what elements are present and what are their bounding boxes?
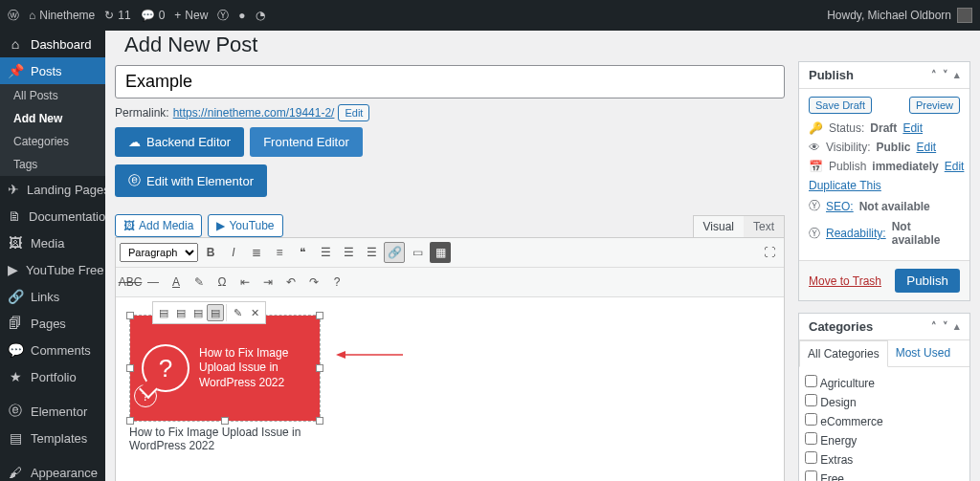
updates[interactable]: ↻ 11 <box>104 9 130 22</box>
yoast-icon[interactable]: Ⓨ <box>217 8 229 24</box>
permalink-url[interactable]: https://ninetheme.com/19441-2/ <box>173 106 335 120</box>
sidebar-tags[interactable]: Tags <box>0 153 105 176</box>
img-remove-icon[interactable]: ✕ <box>246 304 263 321</box>
sidebar-categories[interactable]: Categories <box>0 130 105 153</box>
cat-tab-used[interactable]: Most Used <box>888 340 958 366</box>
editor-canvas[interactable]: ▤ ▤ ▤ ▤ ✎ ✕ ? ? How to Fix Image Upload … <box>116 297 784 481</box>
number-list-icon[interactable]: ≡ <box>269 242 290 263</box>
preview-button[interactable]: Preview <box>909 97 960 114</box>
special-char-icon[interactable]: Ω <box>212 272 233 293</box>
post-title-input[interactable] <box>115 65 785 98</box>
box-down-icon[interactable]: ˅ <box>943 69 948 81</box>
img-align-none-icon[interactable]: ▤ <box>207 304 224 321</box>
sidebar-add-new[interactable]: Add New <box>0 107 105 130</box>
frontend-editor-button[interactable]: Frontend Editor <box>250 127 363 157</box>
publish-button[interactable]: Publish <box>895 269 960 293</box>
cat-item[interactable]: Design <box>805 392 964 411</box>
sidebar-links[interactable]: 🔗Links <box>0 283 105 310</box>
theme-icon-2[interactable]: ◔ <box>256 9 265 22</box>
avatar[interactable] <box>957 8 972 23</box>
cat-checkbox[interactable] <box>805 413 817 426</box>
resize-handle[interactable] <box>316 417 323 425</box>
status-edit[interactable]: Edit <box>902 121 923 135</box>
align-center-icon[interactable]: ☰ <box>338 242 359 263</box>
youtube-button[interactable]: ▶YouTube <box>208 214 282 237</box>
img-edit-icon[interactable]: ✎ <box>229 304 246 321</box>
cat-checkbox[interactable] <box>805 432 817 445</box>
selected-image[interactable]: ? ? How to Fix Image Upload Issue in Wor… <box>129 315 321 422</box>
cat-item[interactable]: eCommerce <box>805 411 964 430</box>
theme-icon-1[interactable]: ● <box>238 9 245 22</box>
resize-handle[interactable] <box>126 364 134 372</box>
bullet-list-icon[interactable]: ≣ <box>246 242 267 263</box>
clear-icon[interactable]: ✎ <box>189 272 210 293</box>
add-media-button[interactable]: 🖼Add Media <box>115 214 202 237</box>
fullscreen-icon[interactable]: ⛶ <box>759 242 780 263</box>
resize-handle[interactable] <box>126 417 134 425</box>
cat-tab-all[interactable]: All Categories <box>799 340 888 367</box>
sidebar-comments[interactable]: 💬Comments <box>0 337 105 363</box>
comments-count[interactable]: 💬 0 <box>141 9 166 22</box>
sidebar-docs[interactable]: 🗎Documentations <box>0 203 105 230</box>
more-icon[interactable]: ▭ <box>407 242 428 263</box>
readability-link[interactable]: Readability: <box>826 227 886 240</box>
site-name[interactable]: ⌂ Ninetheme <box>29 9 95 22</box>
cat-checkbox[interactable] <box>805 394 817 406</box>
sidebar-dashboard[interactable]: ⌂Dashboard <box>0 31 105 57</box>
undo-icon[interactable]: ↶ <box>280 272 301 293</box>
toolbar-toggle-icon[interactable]: ▦ <box>430 242 451 263</box>
indent-icon[interactable]: ⇥ <box>257 272 278 293</box>
sidebar-youtube[interactable]: ▶YouTube Free <box>0 256 105 283</box>
link-icon[interactable]: 🔗 <box>384 242 405 263</box>
sidebar-media[interactable]: 🖼Media <box>0 230 105 256</box>
cat-checkbox[interactable] <box>805 470 817 481</box>
wp-logo[interactable]: ⓦ <box>8 8 19 24</box>
resize-handle[interactable] <box>316 364 323 372</box>
tab-text[interactable]: Text <box>744 216 784 237</box>
permalink-edit-button[interactable]: Edit <box>338 104 369 121</box>
img-align-right-icon[interactable]: ▤ <box>189 304 207 321</box>
quote-icon[interactable]: ❝ <box>292 242 313 263</box>
howdy[interactable]: Howdy, Michael Oldborn <box>827 9 951 22</box>
new-content[interactable]: + New <box>174 9 208 22</box>
sidebar-elementor[interactable]: ⓔElementor <box>0 398 105 425</box>
resize-handle[interactable] <box>316 312 323 319</box>
box-up-icon[interactable]: ˄ <box>931 69 937 81</box>
sidebar-landing[interactable]: ✈Landing Pages <box>0 176 105 203</box>
seo-link[interactable]: SEO: <box>826 200 854 213</box>
hr-icon[interactable]: — <box>143 272 164 293</box>
visibility-edit[interactable]: Edit <box>916 141 936 154</box>
tab-visual[interactable]: Visual <box>694 216 744 237</box>
sidebar-posts[interactable]: 📌Posts <box>0 57 105 84</box>
cat-checkbox[interactable] <box>805 451 817 464</box>
align-left-icon[interactable]: ☰ <box>315 242 336 263</box>
sidebar-all-posts[interactable]: All Posts <box>0 84 105 107</box>
save-draft-button[interactable]: Save Draft <box>809 97 872 114</box>
resize-handle[interactable] <box>126 312 134 319</box>
box-toggle-icon[interactable]: ▴ <box>954 69 960 81</box>
help-icon[interactable]: ? <box>326 272 347 293</box>
strike-icon[interactable]: ABC <box>120 272 141 293</box>
sidebar-templates[interactable]: ▤Templates <box>0 425 105 451</box>
img-align-center-icon[interactable]: ▤ <box>172 304 189 321</box>
textcolor-icon[interactable]: A <box>166 272 187 293</box>
backend-editor-button[interactable]: ☁Backend Editor <box>115 127 244 157</box>
img-align-left-icon[interactable]: ▤ <box>155 304 172 321</box>
redo-icon[interactable]: ↷ <box>303 272 324 293</box>
cat-item[interactable]: Extras <box>805 449 964 469</box>
cat-item[interactable]: Energy <box>805 430 964 449</box>
resize-handle[interactable] <box>221 417 229 425</box>
sidebar-appearance[interactable]: 🖌Appearance <box>0 459 105 481</box>
sidebar-portfolio[interactable]: ★Portfolio <box>0 363 105 390</box>
format-select[interactable]: Paragraph <box>120 243 198 262</box>
duplicate-link[interactable]: Duplicate This <box>809 179 881 192</box>
cat-item[interactable]: Free <box>805 469 964 481</box>
elementor-button[interactable]: ⓔEdit with Elementor <box>115 164 267 197</box>
cat-toggle-icon[interactable]: ▴ <box>954 320 960 333</box>
move-to-trash[interactable]: Move to Trash <box>809 274 881 288</box>
category-list[interactable]: Agriculture Design eCommerce Energy Extr… <box>799 367 969 481</box>
image-caption[interactable]: How to Fix Image Upload Issue in WordPre… <box>129 426 321 452</box>
schedule-edit[interactable]: Edit <box>945 160 965 173</box>
cat-item[interactable]: Agriculture <box>805 373 964 392</box>
align-right-icon[interactable]: ☰ <box>361 242 382 263</box>
